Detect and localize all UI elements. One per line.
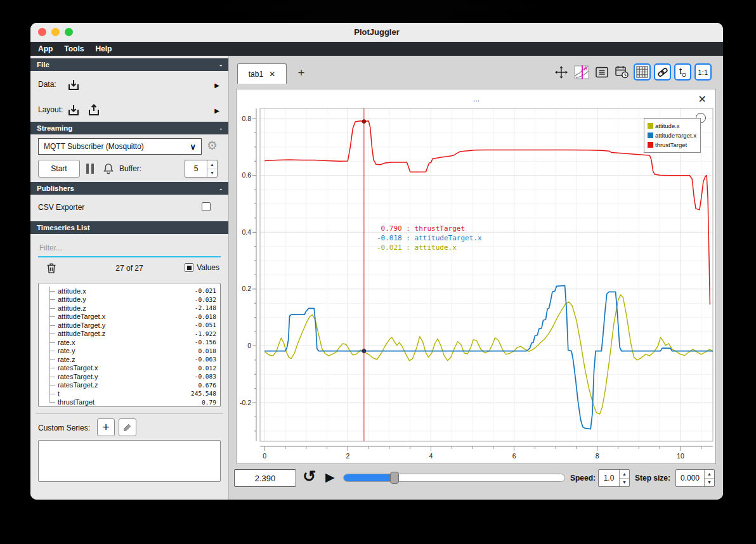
plot-close-icon[interactable]: ✕	[698, 93, 707, 105]
menu-help[interactable]: Help	[95, 44, 112, 53]
current-time-field[interactable]: 2.390	[234, 469, 296, 487]
timeline-slider[interactable]	[343, 474, 565, 482]
slider-handle[interactable]	[390, 472, 399, 484]
streaming-settings-gear-icon[interactable]: ⚙	[207, 138, 218, 153]
series-value: 245.548	[191, 390, 216, 397]
tracker-tooltip: 0.790 : thrustTarget-0.018 : attitudeTar…	[377, 224, 482, 252]
load-layout-icon[interactable]	[66, 103, 81, 118]
legend-item[interactable]: thrustTarget	[648, 140, 697, 150]
step-up-icon[interactable]: ▲	[705, 470, 714, 479]
filter-input[interactable]	[38, 240, 221, 257]
section-header-publishers[interactable]: Publishers -	[30, 182, 228, 195]
collapse-icon[interactable]: -	[219, 185, 222, 192]
legend-list-icon[interactable]	[593, 63, 610, 81]
add-custom-series-button[interactable]: +	[97, 418, 115, 436]
series-name: t	[58, 390, 60, 398]
curve-tracker-icon[interactable]: A	[573, 63, 590, 81]
csv-exporter-label: CSV Exporter	[38, 203, 84, 212]
step-size-spinbox[interactable]: 0.000 ▲▼	[675, 469, 715, 487]
start-button[interactable]: Start	[38, 160, 80, 178]
layout-label: Layout:	[38, 105, 63, 114]
menubar: App Tools Help	[30, 42, 723, 56]
timeseries-row[interactable]: attitudeTarget.y -0.051	[45, 321, 216, 330]
layout-expand-arrow-icon[interactable]: ▶	[214, 107, 219, 114]
timeseries-row[interactable]: attitude.z -2.148	[45, 304, 216, 313]
plotjuggler-window: PlotJuggler App Tools Help File - Data: …	[30, 23, 723, 500]
series-value: -1.922	[195, 330, 216, 337]
svg-text:0: 0	[263, 452, 266, 460]
loop-icon[interactable]: ↺	[303, 467, 316, 486]
pause-icon[interactable]	[86, 164, 94, 174]
section-header-timeseries[interactable]: Timeseries List	[30, 221, 228, 234]
edit-custom-series-button[interactable]	[119, 418, 136, 436]
chevron-down-icon: ∨	[190, 142, 196, 152]
plot-title[interactable]: ...	[237, 94, 715, 103]
buffer-down-icon[interactable]: ▼	[207, 169, 217, 178]
legend-item[interactable]: attitudeTarget.x	[648, 131, 697, 140]
streaming-header-label: Streaming	[37, 124, 72, 132]
menu-tools[interactable]: Tools	[64, 44, 84, 53]
collapse-icon[interactable]: -	[219, 124, 222, 132]
collapse-icon[interactable]: -	[219, 61, 222, 68]
timeseries-row[interactable]: attitude.y -0.032	[45, 295, 216, 304]
load-data-icon[interactable]	[66, 77, 81, 93]
series-value: 0.012	[198, 365, 216, 372]
timeseries-row[interactable]: thrustTarget 0.79	[45, 398, 216, 407]
datetime-scale-icon[interactable]	[613, 63, 630, 81]
play-icon[interactable]: ▶	[325, 470, 335, 484]
custom-series-list[interactable]	[38, 440, 221, 482]
speed-down-icon[interactable]: ▼	[620, 479, 629, 487]
series-value: -0.032	[195, 296, 216, 303]
time-offset-icon[interactable]: tO	[674, 63, 691, 81]
save-layout-icon[interactable]	[86, 103, 101, 118]
svg-text:4: 4	[429, 452, 433, 460]
legend-item[interactable]: attitude.x	[648, 121, 697, 131]
timeseries-row[interactable]: ratesTarget.x 0.012	[45, 364, 216, 373]
timeseries-row[interactable]: rate.z -0.063	[45, 355, 216, 364]
data-row: Data: ▶	[30, 75, 228, 95]
streaming-source-select[interactable]: MQTT Subscriber (Mosquitto) ∨	[38, 138, 202, 155]
buffer-spinbox[interactable]: 5 ▲▼	[185, 160, 218, 178]
timeseries-row[interactable]: attitudeTarget.z -1.922	[45, 330, 216, 339]
step-down-icon[interactable]: ▼	[705, 479, 714, 487]
series-value: -0.021	[195, 287, 216, 294]
window-title: PlotJuggler	[30, 23, 723, 42]
pan-zoom-arrows-icon[interactable]	[552, 63, 570, 81]
csv-exporter-checkbox[interactable]	[202, 202, 211, 211]
timeseries-row[interactable]: ratesTarget.y -0.083	[45, 372, 216, 381]
grid-layout-icon[interactable]	[634, 63, 651, 81]
speed-spinbox[interactable]: 1.0 ▲▼	[598, 469, 630, 487]
timeseries-row[interactable]: attitudeTarget.x -0.018	[45, 313, 216, 321]
menu-app[interactable]: App	[38, 44, 53, 53]
timeseries-list[interactable]: attitude.x -0.021attitude.y -0.032attitu…	[38, 283, 221, 407]
values-checkbox[interactable]	[185, 263, 193, 272]
series-name: attitudeTarget.x	[58, 313, 105, 320]
svg-text:2: 2	[346, 452, 349, 460]
legend[interactable]: attitude.xattitudeTarget.xthrustTarget	[644, 118, 701, 153]
timeseries-row[interactable]: t 245.548	[45, 389, 216, 398]
timeseries-row[interactable]: rate.y 0.018	[45, 347, 216, 356]
tab-close-icon[interactable]: ✕	[269, 70, 275, 78]
tab-tab1[interactable]: tab1 ✕	[237, 63, 287, 84]
section-header-streaming[interactable]: Streaming -	[30, 122, 228, 134]
series-value: 0.676	[198, 382, 216, 389]
add-tab-button[interactable]: +	[293, 65, 310, 81]
timeseries-row[interactable]: attitude.x -0.021	[45, 287, 216, 295]
step-size-value: 0.000	[676, 470, 704, 486]
buffer-up-icon[interactable]: ▲	[207, 160, 217, 169]
section-header-file[interactable]: File -	[30, 58, 228, 71]
series-name: ratesTarget.x	[58, 364, 98, 372]
svg-text:6: 6	[512, 452, 516, 460]
timeseries-row[interactable]: ratesTarget.z 0.676	[45, 381, 216, 390]
speed-value: 1.0	[599, 470, 619, 486]
series-name: ratesTarget.y	[58, 373, 98, 380]
transport-bar: 2.390 ↺ ▶ Speed: 1.0 ▲▼ Step size: 0.000…	[229, 469, 723, 487]
data-expand-arrow-icon[interactable]: ▶	[214, 82, 219, 89]
legend-swatch	[648, 142, 653, 148]
csv-exporter-row: CSV Exporter	[30, 199, 228, 216]
notifications-bell-icon[interactable]	[101, 162, 115, 176]
speed-up-icon[interactable]: ▲	[620, 470, 629, 479]
ratio-1-1-icon[interactable]: 1:1	[694, 63, 712, 81]
link-axes-icon[interactable]	[654, 63, 671, 81]
timeseries-row[interactable]: rate.x -0.156	[45, 338, 216, 347]
